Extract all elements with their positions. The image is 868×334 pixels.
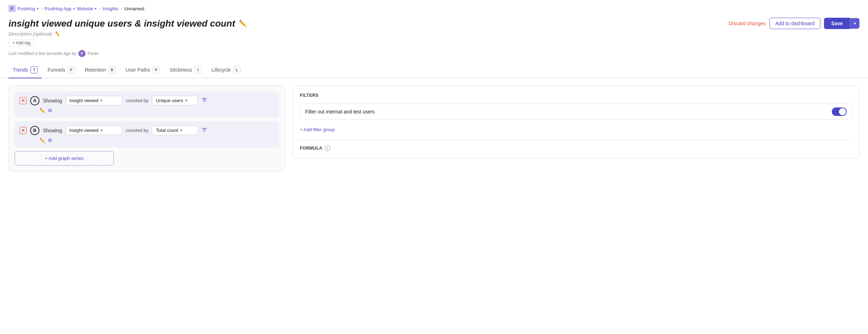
- description-placeholder: Description (optional): [9, 31, 52, 37]
- breadcrumb-project[interactable]: PostHog App + Website ▾: [45, 6, 97, 11]
- series-count-select[interactable]: Total count ▾: [152, 126, 198, 135]
- tab-retention[interactable]: RetentionR: [81, 63, 120, 78]
- series-edit-button[interactable]: ✏️: [39, 138, 45, 143]
- series-row: ✕ A Showing insight viewed ▾ counted by …: [15, 91, 279, 118]
- series-letter: B: [30, 126, 39, 135]
- project-chevron-icon: ▾: [95, 7, 97, 11]
- series-counted-label: counted by: [126, 128, 149, 133]
- left-panel: ✕ A Showing insight viewed ▾ counted by …: [9, 85, 285, 172]
- series-remove-button[interactable]: ✕: [20, 97, 27, 104]
- tab-label: Lifecycle: [211, 67, 231, 73]
- tab-user-paths[interactable]: User PathsP: [121, 63, 164, 78]
- breadcrumb-sep-2: ›: [99, 6, 100, 11]
- formula-info-icon: i: [325, 145, 330, 151]
- save-group: Save ▾: [824, 18, 859, 29]
- last-modified: Last modified a few seconds ago by P Pao…: [9, 50, 859, 57]
- avatar: P: [78, 50, 86, 57]
- tab-badge: F: [68, 66, 75, 73]
- tab-trends[interactable]: TrendsT: [9, 63, 42, 78]
- series-showing-label: Showing: [43, 98, 62, 104]
- right-panel: FILTERS Filter out internal and test use…: [292, 85, 859, 172]
- tab-badge: I: [194, 66, 202, 73]
- org-name: PostHog: [17, 6, 35, 11]
- edit-title-button[interactable]: ✏️: [239, 20, 247, 27]
- org-chevron-icon: ▾: [37, 7, 39, 11]
- series-counted-label: counted by: [126, 98, 149, 103]
- add-filter-group-button[interactable]: + Add filter group: [300, 124, 335, 135]
- filter-toggle[interactable]: [832, 107, 847, 116]
- org-avatar: P: [9, 5, 16, 12]
- tab-label: Retention: [85, 67, 106, 73]
- series-edit-button[interactable]: ✏️: [39, 108, 45, 113]
- series-event-select[interactable]: insight viewed ▾: [66, 96, 122, 105]
- count-chevron-icon: ▾: [180, 128, 182, 133]
- series-remove-button[interactable]: ✕: [20, 127, 27, 134]
- save-dropdown-button[interactable]: ▾: [850, 18, 859, 29]
- title-actions: Discard changes Add to dashboard Save ▾: [729, 18, 859, 29]
- series-copy-button[interactable]: ⧉: [48, 107, 52, 113]
- series-filter-button[interactable]: [202, 127, 207, 134]
- tab-lifecycle[interactable]: LifecycleL: [207, 63, 245, 78]
- tab-label: Stickiness: [170, 67, 192, 73]
- series-count-label: Total count: [156, 128, 178, 133]
- breadcrumb-insights[interactable]: Insights: [103, 6, 119, 11]
- series-count-select[interactable]: Unique users ▾: [152, 96, 198, 105]
- breadcrumb-org[interactable]: P PostHog ▾: [9, 5, 39, 12]
- filters-section: FILTERS Filter out internal and test use…: [292, 85, 859, 158]
- series-top: ✕ A Showing insight viewed ▾ counted by …: [20, 96, 274, 105]
- tab-badge: R: [109, 66, 116, 73]
- tab-label: Funnels: [48, 67, 65, 73]
- tabs-bar: TrendsTFunnelsFRetentionRUser PathsPStic…: [0, 63, 868, 78]
- tab-label: Trends: [13, 67, 28, 73]
- formula-label: FORMULA: [300, 146, 323, 151]
- project-name: PostHog App + Website: [45, 6, 93, 11]
- save-button[interactable]: Save: [824, 18, 850, 29]
- title-left: insight viewed unique users & insight vi…: [9, 18, 247, 29]
- tab-stickiness[interactable]: StickinessI: [165, 63, 206, 78]
- add-graph-series-button[interactable]: + Add graph series: [15, 151, 114, 166]
- page-header: insight viewed unique users & insight vi…: [0, 16, 868, 57]
- tab-badge: T: [31, 66, 38, 73]
- filter-label: Filter out internal and test users: [305, 109, 375, 115]
- count-chevron-icon: ▾: [185, 98, 187, 103]
- tab-funnels[interactable]: FunnelsF: [43, 63, 79, 78]
- series-container: ✕ A Showing insight viewed ▾ counted by …: [9, 85, 285, 172]
- filter-row: Filter out internal and test users: [300, 104, 852, 120]
- tab-badge: L: [234, 66, 241, 73]
- series-filter-button[interactable]: [202, 97, 207, 104]
- page-title: insight viewed unique users & insight vi…: [9, 18, 235, 29]
- tab-label: User Paths: [126, 67, 150, 73]
- event-chevron-icon: ▾: [100, 128, 103, 133]
- title-row: insight viewed unique users & insight vi…: [9, 18, 859, 29]
- tab-badge: P: [153, 66, 160, 73]
- filters-title: FILTERS: [300, 93, 852, 98]
- description-edit-icon[interactable]: ✏️: [54, 31, 60, 37]
- divider: [300, 140, 852, 140]
- series-showing-label: Showing: [43, 128, 62, 133]
- series-actions: ✏️ ⧉: [20, 107, 274, 113]
- description-row: Description (optional) ✏️: [9, 31, 859, 37]
- series-row: ✕ B Showing insight viewed ▾ counted by …: [15, 121, 279, 147]
- last-modified-text: Last modified a few seconds ago by: [9, 51, 76, 56]
- series-count-label: Unique users: [156, 98, 183, 103]
- breadcrumb-sep-3: ›: [120, 6, 122, 11]
- breadcrumb-current: Unnamed: [124, 6, 144, 11]
- series-copy-button[interactable]: ⧉: [48, 137, 52, 143]
- series-top: ✕ B Showing insight viewed ▾ counted by …: [20, 126, 274, 135]
- breadcrumb-sep-1: ›: [41, 6, 43, 11]
- series-actions: ✏️ ⧉: [20, 137, 274, 143]
- add-dashboard-button[interactable]: Add to dashboard: [769, 18, 821, 29]
- add-tag-button[interactable]: + Add tag: [9, 39, 34, 46]
- formula-title: FORMULA i: [300, 145, 852, 151]
- event-chevron-icon: ▾: [100, 98, 103, 103]
- series-letter: A: [30, 96, 39, 105]
- main-content: ✕ A Showing insight viewed ▾ counted by …: [0, 78, 868, 179]
- series-event-label: insight viewed: [70, 98, 99, 103]
- series-event-select[interactable]: insight viewed ▾: [66, 126, 122, 135]
- breadcrumb: P PostHog ▾ › PostHog App + Website ▾ › …: [0, 0, 868, 16]
- insights-label: Insights: [103, 6, 119, 11]
- user-name: Paolo: [88, 51, 99, 56]
- series-event-label: insight viewed: [70, 128, 99, 133]
- discard-button[interactable]: Discard changes: [729, 21, 765, 26]
